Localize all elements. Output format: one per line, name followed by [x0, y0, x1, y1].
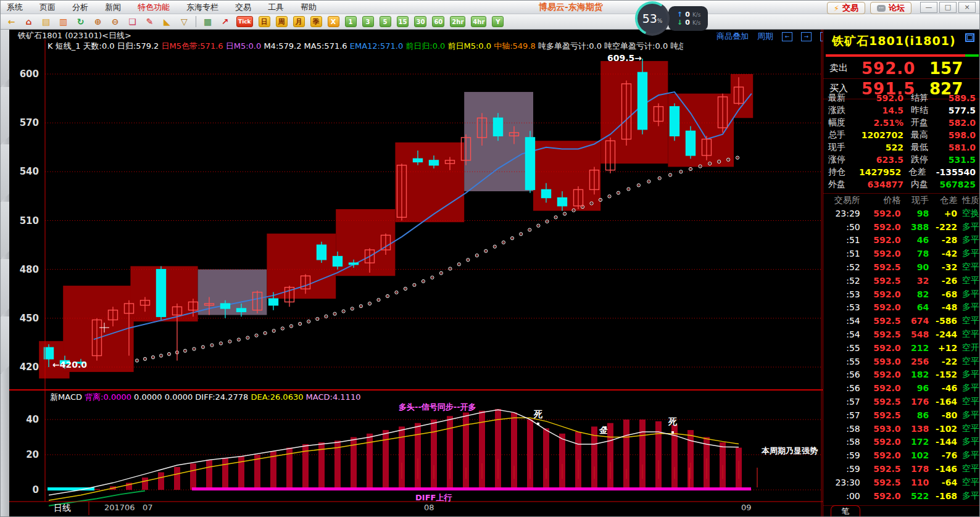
trade-row[interactable]: :00592.0522-168多平 [823, 489, 980, 503]
quote-label: 涨停 [823, 154, 857, 165]
period-tick-button[interactable]: Tick [236, 16, 253, 27]
menu-item-6[interactable]: 东海专栏 [186, 2, 218, 13]
period-day-button[interactable]: 日 [259, 16, 270, 27]
trade-row[interactable]: :54592.5674-586空平 [823, 314, 980, 328]
timeframe-tab[interactable]: 日线 [54, 503, 71, 513]
trade-volume: 522 [901, 491, 929, 501]
menu-item-1[interactable]: 系统 [7, 2, 23, 13]
period-5-button[interactable]: 5 [380, 16, 391, 27]
menu-item-9[interactable]: 帮助 [301, 2, 317, 13]
menu-item-2[interactable]: 页面 [39, 2, 56, 13]
maximize-button[interactable]: □ [939, 2, 957, 13]
trade-oi-delta: -244 [929, 329, 957, 339]
home-icon[interactable]: ⌂ [23, 16, 35, 27]
axis-line-dot-center [273, 330, 275, 331]
restore-panel-icon[interactable] [965, 33, 974, 42]
refresh-icon[interactable]: ↻ [75, 16, 86, 27]
trade-row[interactable]: :57592.586-80多平 [823, 408, 980, 422]
period-3-button[interactable]: 3 [362, 16, 374, 27]
menu-item-3[interactable]: 分析 [72, 2, 88, 13]
trade-row[interactable]: :56592.0182-152多平 [823, 368, 980, 382]
trade-row[interactable]: :57592.5176-164空平 [823, 395, 980, 408]
pencil-icon[interactable]: ✎ [144, 16, 156, 27]
nav-back-icon[interactable]: ← [782, 32, 792, 41]
period-1-button[interactable]: 1 [345, 16, 357, 27]
quote-value: 634877 [857, 180, 903, 189]
tab-pen[interactable]: 笔 [831, 505, 860, 517]
trade-row[interactable]: :58592.0172-144多平 [823, 436, 980, 449]
period-quarter-button[interactable]: 季 [310, 16, 322, 27]
zoom-in-icon[interactable]: ⊕ [92, 16, 104, 27]
menu-item-8[interactable]: 工具 [268, 2, 284, 13]
trade-row[interactable]: :50592.0388-222多平 [823, 220, 980, 234]
trade-row[interactable]: 23:30592.5110-64空平 [823, 476, 980, 489]
minimize-button[interactable]: — [920, 2, 937, 13]
forum-button[interactable]: ··· 论坛 [870, 2, 911, 14]
left-vertical-tab-1[interactable] [1, 30, 9, 87]
trade-row[interactable]: :58593.0138-102空平 [823, 422, 980, 436]
period-15-button[interactable]: 15 [397, 16, 409, 27]
menu-item-7[interactable]: 交易 [235, 2, 251, 13]
table-icon[interactable]: ▦ [202, 16, 214, 27]
ask-price[interactable]: 592.0 [862, 59, 929, 78]
back-icon[interactable]: ← [6, 16, 17, 27]
trade-row[interactable]: 23:29592.098+0空换 [823, 207, 980, 220]
x-axis-label: 201706 [104, 503, 135, 512]
fw-icon[interactable]: ▥ [57, 16, 69, 27]
left-vertical-tab-2[interactable] [1, 87, 9, 144]
nav-forward-icon[interactable]: → [801, 32, 812, 41]
trade-row[interactable]: :52592.590-32空平 [823, 260, 980, 274]
trade-row[interactable]: :59592.5178-146空平 [823, 462, 980, 476]
left-vertical-tab-6[interactable] [1, 316, 9, 374]
trade-button[interactable]: ⚡ 交易 [827, 2, 865, 14]
period-y-button[interactable]: Y [492, 16, 504, 27]
overlay-link[interactable]: 商品叠加 [716, 31, 749, 42]
zoom-out-icon[interactable]: ⊖ [109, 16, 121, 27]
trend-icon[interactable]: ↗ [219, 16, 231, 27]
period-4hr-button[interactable]: 4hr [471, 16, 486, 27]
left-vertical-tab-4[interactable] [1, 202, 9, 259]
note-icon[interactable]: ▤ [40, 16, 52, 27]
candlestick-chart[interactable]: 60057054051048045042040200201706070809日线… [1, 30, 823, 517]
performance-gauge[interactable]: 53% [635, 1, 670, 36]
trade-row[interactable]: :59592.0102-76多平 [823, 449, 980, 462]
trade-row[interactable]: :53592.064-48多平 [823, 301, 980, 315]
period-2hr-button[interactable]: 2hr [450, 16, 465, 27]
trade-volume: 256 [901, 357, 929, 366]
trade-row[interactable]: :54592.5548-244空平 [823, 328, 980, 341]
trade-row[interactable]: :55593.0256-22空平 [823, 355, 980, 368]
trend-zone-red [395, 143, 464, 222]
trade-volume: 46 [901, 235, 929, 245]
trade-type: 空平 [957, 329, 980, 340]
axis-line-dot-center [659, 178, 660, 179]
period-link[interactable]: 周期 [757, 31, 773, 42]
trade-oi-delta: -42 [929, 249, 957, 258]
trade-row[interactable]: :55592.0212+12空开 [823, 341, 980, 355]
axis-line-dot-center [317, 318, 318, 320]
menu-item-4[interactable]: 新闻 [105, 2, 121, 13]
horn-icon[interactable]: ◣ [161, 16, 173, 27]
candle-down [317, 245, 326, 260]
layers-icon[interactable]: ❏ [127, 16, 138, 27]
trade-row[interactable]: :53592.082-68多平 [823, 287, 980, 301]
period-30-button[interactable]: 30 [414, 16, 426, 27]
macd-histogram-bar [399, 426, 405, 490]
trade-row[interactable]: :56592.096-46多平 [823, 381, 980, 395]
close-button[interactable]: × [958, 2, 976, 13]
readout-segment: 新MACD [50, 392, 85, 402]
left-vertical-tab-5[interactable] [1, 259, 9, 316]
filter-icon[interactable]: ▽ [178, 16, 190, 27]
period-x-button[interactable]: X [328, 16, 339, 27]
trade-price: 592.5 [860, 410, 901, 420]
period-month-button[interactable]: 月 [293, 16, 305, 27]
axis-line-dot-center [194, 349, 195, 350]
trade-row[interactable]: :51592.046-28多平 [823, 234, 980, 247]
period-week-button[interactable]: 周 [276, 16, 288, 27]
trade-oi-delta: -80 [929, 410, 957, 420]
trade-row[interactable]: :51592.078-42多平 [823, 247, 980, 260]
period-60-button[interactable]: 60 [432, 16, 444, 27]
axis-line-dot-center [564, 213, 565, 215]
trade-row[interactable]: :52592.532-26空平 [823, 274, 980, 287]
menu-item-5[interactable]: 特色功能 [138, 2, 170, 13]
left-vertical-tab-3[interactable] [1, 144, 9, 202]
